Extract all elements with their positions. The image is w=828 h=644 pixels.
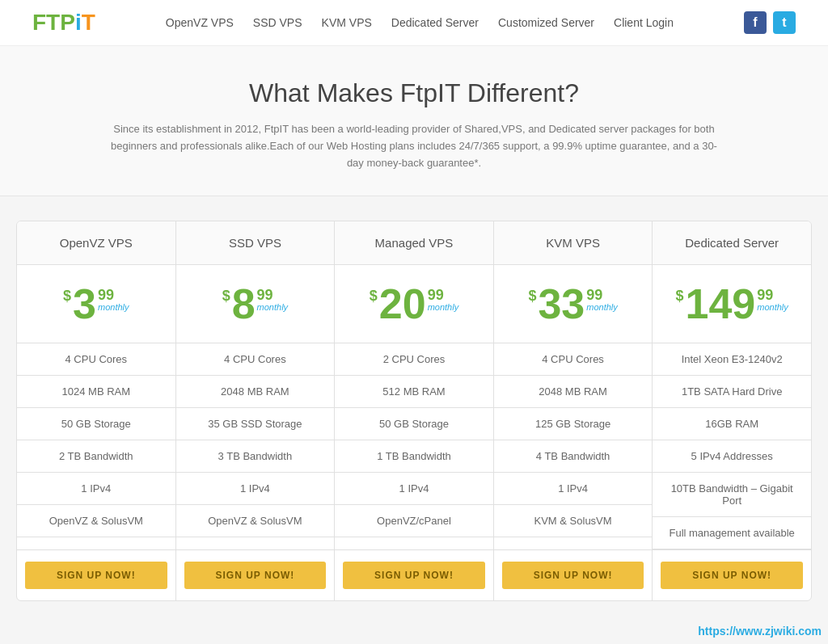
plan-feature-3-5: KVM & SolusVM [494, 505, 653, 537]
plan-feature-0-5: OpenVZ & SolusVM [17, 505, 175, 537]
price-monthly-2: monthly [428, 302, 459, 312]
site-header: FTPiT OpenVZ VPS SSD VPS KVM VPS Dedicat… [0, 0, 828, 46]
plan-feature-4-5: Full management available [653, 517, 811, 549]
plan-feature-4-4: 10TB Bandwidth – Gigabit Port [653, 473, 811, 517]
plan-feature-3-0: 4 CPU Cores [494, 343, 653, 376]
plan-col-2: Managed VPS $ 20 99 monthly 2 CPU Cores5… [335, 221, 494, 600]
plan-col-4: Dedicated Server $ 149 99 monthly Intel … [653, 221, 811, 600]
plan-price-3: $ 33 99 monthly [494, 265, 653, 343]
plan-col-1: SSD VPS $ 8 99 monthly 4 CPU Cores2048 M… [176, 221, 336, 600]
plan-feature-0-0: 4 CPU Cores [17, 343, 175, 376]
plan-feature-2-5: OpenVZ/cPanel [335, 505, 493, 537]
nav-dedicated[interactable]: Dedicated Server [391, 16, 479, 29]
plan-feature-3-1: 2048 MB RAM [494, 376, 653, 408]
hero-section: What Makes FtpIT Different? Since its es… [0, 46, 828, 196]
price-main-3: 33 [538, 283, 585, 325]
logo-i: i [75, 10, 82, 35]
plans-table: OpenVZ VPS $ 3 99 monthly 4 CPU Cores102… [16, 221, 812, 601]
plan-feature-4-1: 1TB SATA Hard Drive [653, 376, 811, 408]
hero-title: What Makes FtpIT Different? [16, 78, 812, 108]
plan-price-0: $ 3 99 monthly [17, 265, 175, 343]
plan-feature-2-4: 1 IPv4 [335, 473, 493, 505]
plan-header-2: Managed VPS [335, 221, 493, 265]
plan-feature-0-4: 1 IPv4 [17, 473, 175, 505]
plan-feature-2-2: 50 GB Storage [335, 408, 493, 440]
plan-feature-0-2: 50 GB Storage [17, 408, 175, 440]
plan-feature-1-0: 4 CPU Cores [176, 343, 335, 376]
plan-price-2: $ 20 99 monthly [335, 265, 493, 343]
price-main-2: 20 [379, 283, 426, 325]
nav-login[interactable]: Client Login [614, 16, 674, 29]
signup-btn-0[interactable]: SIGN UP NOW! [25, 562, 167, 589]
twitter-icon[interactable]: t [773, 11, 796, 34]
price-dollar-0: $ [63, 288, 71, 305]
plan-feature-1-4: 1 IPv4 [176, 473, 335, 505]
price-cents-0: 99 [98, 288, 114, 302]
plan-price-1: $ 8 99 monthly [176, 265, 335, 343]
logo-ftp: FTP [32, 10, 75, 35]
signup-btn-3[interactable]: SIGN UP NOW! [502, 562, 644, 589]
plan-feature-0-1: 1024 MB RAM [17, 376, 175, 408]
nav-openvz[interactable]: OpenVZ VPS [166, 16, 234, 29]
price-main-1: 8 [232, 283, 256, 325]
plan-signup-2: SIGN UP NOW! [335, 549, 493, 600]
logo-t: T [82, 10, 95, 35]
main-nav: OpenVZ VPS SSD VPS KVM VPS Dedicated Ser… [166, 16, 674, 29]
plan-header-3: KVM VPS [494, 221, 653, 265]
nav-ssd[interactable]: SSD VPS [253, 16, 302, 29]
price-main-0: 3 [73, 283, 96, 325]
facebook-icon[interactable]: f [744, 11, 767, 34]
plan-feature-1-5: OpenVZ & SolusVM [176, 505, 335, 537]
plan-feature-1-2: 35 GB SSD Storage [176, 408, 335, 440]
plan-header-0: OpenVZ VPS [17, 221, 175, 265]
price-cents-2: 99 [428, 288, 444, 302]
plan-feature-3-3: 4 TB Bandwidth [494, 440, 653, 473]
plan-header-1: SSD VPS [176, 221, 335, 265]
price-dollar-2: $ [370, 288, 378, 305]
price-monthly-4: monthly [757, 302, 788, 312]
price-cents-3: 99 [586, 288, 602, 302]
signup-btn-4[interactable]: SIGN UP NOW! [661, 562, 803, 589]
price-monthly-3: monthly [586, 302, 618, 312]
plan-signup-0: SIGN UP NOW! [17, 549, 175, 600]
plan-feature-4-2: 16GB RAM [653, 408, 811, 440]
plan-signup-4: SIGN UP NOW! [653, 549, 811, 600]
plan-feature-1-1: 2048 MB RAM [176, 376, 335, 408]
plan-feature-2-0: 2 CPU Cores [335, 343, 493, 376]
price-monthly-0: monthly [98, 302, 129, 312]
plan-feature-3-2: 125 GB Storage [494, 408, 653, 440]
nav-customized[interactable]: Customized Server [498, 16, 594, 29]
plan-feature-3-4: 1 IPv4 [494, 473, 653, 505]
plans-section: OpenVZ VPS $ 3 99 monthly 4 CPU Cores102… [0, 196, 828, 625]
price-cents-1: 99 [257, 288, 273, 302]
nav-kvm[interactable]: KVM VPS [322, 16, 372, 29]
plan-col-3: KVM VPS $ 33 99 monthly 4 CPU Cores2048 … [494, 221, 653, 600]
hero-description: Since its establishment in 2012, FtpIT h… [107, 121, 721, 171]
signup-btn-1[interactable]: SIGN UP NOW! [184, 562, 327, 589]
price-main-4: 149 [686, 283, 756, 325]
plan-price-4: $ 149 99 monthly [653, 265, 811, 343]
price-dollar-4: $ [676, 288, 684, 305]
plan-feature-0-3: 2 TB Bandwidth [17, 440, 175, 473]
price-monthly-1: monthly [257, 302, 289, 312]
plan-feature-4-0: Intel Xeon E3-1240v2 [653, 343, 811, 376]
plan-feature-2-3: 1 TB Bandwidth [335, 440, 493, 473]
plan-header-4: Dedicated Server [653, 221, 811, 265]
plan-col-0: OpenVZ VPS $ 3 99 monthly 4 CPU Cores102… [17, 221, 176, 600]
watermark-link[interactable]: https://www.zjwiki.com [698, 625, 822, 625]
price-cents-4: 99 [757, 288, 773, 302]
plan-feature-1-3: 3 TB Bandwidth [176, 440, 335, 473]
plan-feature-2-1: 512 MB RAM [335, 376, 493, 408]
price-dollar-3: $ [528, 288, 536, 305]
plan-signup-1: SIGN UP NOW! [176, 549, 335, 600]
site-logo[interactable]: FTPiT [32, 10, 95, 36]
price-dollar-1: $ [222, 288, 230, 305]
plan-signup-3: SIGN UP NOW! [494, 549, 653, 600]
signup-btn-2[interactable]: SIGN UP NOW! [343, 562, 485, 589]
social-icons: f t [744, 11, 796, 34]
plan-feature-4-3: 5 IPv4 Addresses [653, 440, 811, 473]
